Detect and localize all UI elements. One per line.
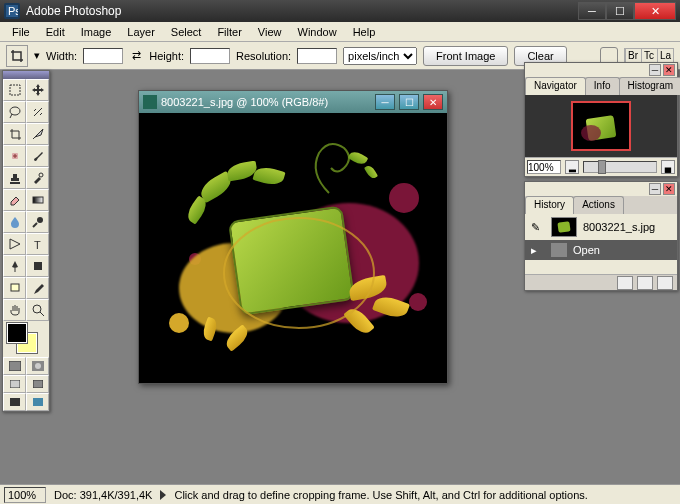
menu-view[interactable]: View (250, 24, 290, 40)
resolution-input[interactable] (297, 48, 337, 64)
menu-help[interactable]: Help (345, 24, 384, 40)
dodge-tool[interactable] (26, 211, 49, 233)
svg-text:T: T (34, 239, 41, 251)
crop-tool-icon[interactable] (6, 45, 28, 67)
status-menu-arrow-icon[interactable] (160, 490, 166, 500)
svg-rect-13 (9, 361, 21, 371)
svg-point-12 (33, 305, 41, 313)
zoom-in-icon[interactable]: ▄ (661, 160, 675, 174)
zoom-slider[interactable] (583, 161, 657, 173)
canvas[interactable] (139, 113, 447, 383)
height-input[interactable] (190, 48, 230, 64)
svg-rect-19 (33, 398, 43, 406)
new-snapshot-icon[interactable] (617, 276, 633, 290)
menu-layer[interactable]: Layer (119, 24, 163, 40)
screen-full-menu-icon[interactable] (26, 375, 49, 393)
stub-layers[interactable]: La (657, 49, 673, 62)
panel-minimize-icon[interactable]: ─ (649, 64, 661, 76)
document-icon (143, 95, 157, 109)
width-input[interactable] (83, 48, 123, 64)
maximize-button[interactable]: ☐ (606, 2, 634, 20)
height-label: Height: (149, 50, 184, 62)
delete-state-icon[interactable] (657, 276, 673, 290)
front-image-button[interactable]: Front Image (423, 46, 508, 66)
imageready-icon[interactable] (26, 393, 49, 411)
menu-file[interactable]: File (4, 24, 38, 40)
hand-tool[interactable] (3, 299, 26, 321)
type-tool[interactable]: T (26, 233, 49, 255)
history-thumbnail (551, 217, 577, 237)
tab-history[interactable]: History (525, 196, 574, 214)
panel-close-icon[interactable]: ✕ (663, 183, 675, 195)
wand-tool[interactable] (26, 101, 49, 123)
lasso-tool[interactable] (3, 101, 26, 123)
history-brush-tool[interactable] (26, 167, 49, 189)
history-step-row[interactable]: ▸ Open (525, 240, 677, 260)
slice-tool[interactable] (26, 123, 49, 145)
zoom-tool[interactable] (26, 299, 49, 321)
history-document-row[interactable]: ✎ 8003221_s.jpg (525, 214, 677, 240)
swap-icon[interactable]: ⇄ (129, 49, 143, 62)
stub-toolpresets[interactable]: Tc (641, 49, 657, 62)
svg-point-15 (35, 363, 41, 369)
stamp-tool[interactable] (3, 167, 26, 189)
new-document-icon[interactable] (637, 276, 653, 290)
path-tool[interactable] (3, 233, 26, 255)
panel-close-icon[interactable]: ✕ (663, 64, 675, 76)
eyedropper-tool[interactable] (26, 277, 49, 299)
tab-histogram[interactable]: Histogram (619, 77, 681, 95)
pen-tool[interactable] (3, 255, 26, 277)
status-hint: Click and drag to define cropping frame.… (174, 489, 587, 501)
marquee-tool[interactable] (3, 79, 26, 101)
status-bar: 100% Doc: 391,4K/391,4K Click and drag t… (0, 484, 680, 504)
quickmask-mode-icon[interactable] (26, 357, 49, 375)
move-tool[interactable] (26, 79, 49, 101)
resolution-label: Resolution: (236, 50, 291, 62)
menu-filter[interactable]: Filter (209, 24, 249, 40)
history-brush-source-icon[interactable]: ✎ (531, 221, 545, 234)
eraser-tool[interactable] (3, 189, 26, 211)
status-zoom[interactable]: 100% (4, 487, 46, 503)
standard-mode-icon[interactable] (3, 357, 26, 375)
blur-tool[interactable] (3, 211, 26, 233)
tab-info[interactable]: Info (585, 77, 620, 95)
svg-point-6 (39, 173, 43, 177)
doc-minimize-button[interactable]: ─ (375, 94, 395, 110)
units-select[interactable]: pixels/inch (343, 47, 417, 65)
shape-tool[interactable] (26, 255, 49, 277)
svg-rect-2 (10, 85, 20, 95)
document-titlebar[interactable]: 8003221_s.jpg @ 100% (RGB/8#) ─ ☐ ✕ (139, 91, 447, 113)
panel-minimize-icon[interactable]: ─ (649, 183, 661, 195)
navigator-preview[interactable] (525, 95, 677, 157)
healing-tool[interactable] (3, 145, 26, 167)
tab-navigator[interactable]: Navigator (525, 77, 586, 95)
document-window: 8003221_s.jpg @ 100% (RGB/8#) ─ ☐ ✕ (138, 90, 448, 384)
palette-handle[interactable] (3, 71, 49, 79)
history-panel: ─ ✕ History Actions ✎ 8003221_s.jpg ▸ (524, 181, 678, 291)
menu-window[interactable]: Window (290, 24, 345, 40)
brush-tool[interactable] (26, 145, 49, 167)
menu-select[interactable]: Select (163, 24, 210, 40)
navigator-panel: ─ ✕ Navigator Info Histogram ▂ (524, 62, 678, 177)
minimize-button[interactable]: ─ (578, 2, 606, 20)
zoom-out-icon[interactable]: ▂ (565, 160, 579, 174)
menu-edit[interactable]: Edit (38, 24, 73, 40)
doc-close-button[interactable]: ✕ (423, 94, 443, 110)
tools-palette: T (2, 70, 50, 412)
palette-stubs: Br Tc La (624, 48, 674, 63)
notes-tool[interactable] (3, 277, 26, 299)
dropdown-arrow-icon[interactable]: ▾ (34, 49, 40, 62)
zoom-input[interactable] (527, 160, 561, 174)
screen-standard-icon[interactable] (3, 375, 26, 393)
crop-tool[interactable] (3, 123, 26, 145)
menu-image[interactable]: Image (73, 24, 120, 40)
tab-actions[interactable]: Actions (573, 196, 624, 214)
svg-rect-17 (33, 380, 43, 388)
stub-brushes[interactable]: Br (625, 49, 641, 62)
doc-maximize-button[interactable]: ☐ (399, 94, 419, 110)
svg-point-20 (224, 218, 374, 328)
close-button[interactable]: ✕ (634, 2, 676, 20)
screen-full-icon[interactable] (3, 393, 26, 411)
gradient-tool[interactable] (26, 189, 49, 211)
foreground-color[interactable] (7, 323, 27, 343)
